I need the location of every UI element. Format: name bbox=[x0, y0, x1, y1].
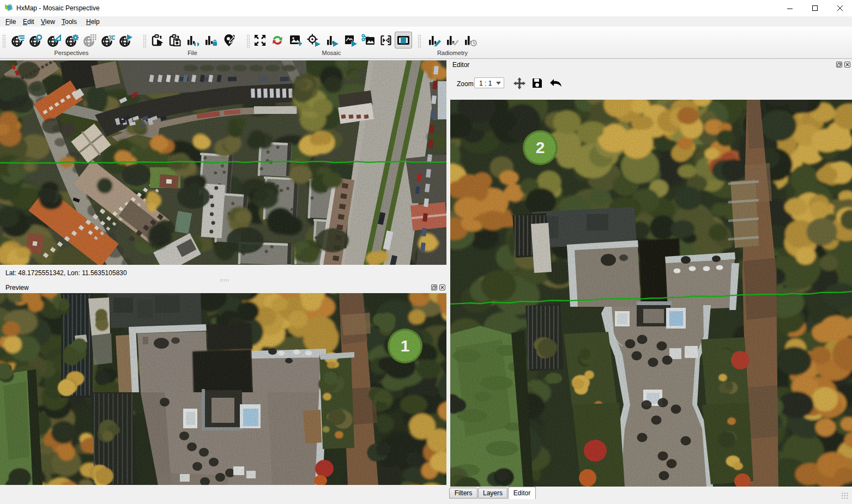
svg-text:3D: 3D bbox=[108, 34, 115, 41]
